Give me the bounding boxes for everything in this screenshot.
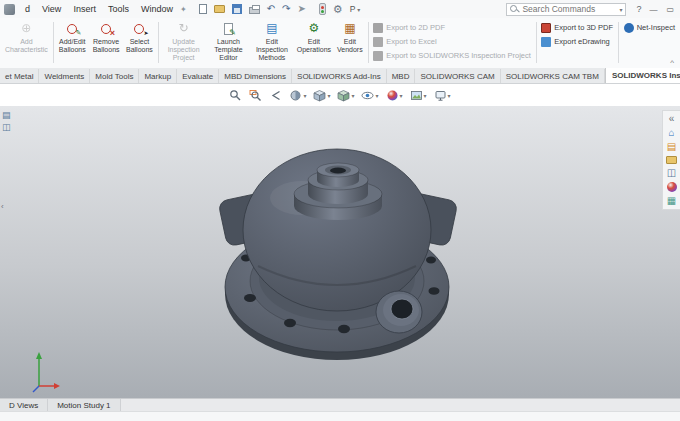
- chevron-down-icon: ▾: [351, 92, 354, 99]
- save-icon[interactable]: [232, 4, 242, 14]
- status-bar: [0, 411, 680, 421]
- collapse-ribbon-icon[interactable]: ^: [670, 58, 674, 67]
- export-edrawing-button[interactable]: Export eDrawing: [538, 36, 616, 47]
- display-pane-icon[interactable]: ◫: [2, 123, 11, 132]
- export-2d-pdf-button[interactable]: Export to 2D PDF: [370, 22, 534, 33]
- update-inspection-project-button[interactable]: ↻ Update Inspection Project: [160, 19, 207, 66]
- tab-mbd-dimensions[interactable]: MBD Dimensions: [219, 69, 292, 83]
- remove-balloons-button[interactable]: Remove Balloons: [89, 19, 123, 66]
- chevron-down-icon: ▾: [357, 6, 360, 13]
- study-tab-bar: D Views Motion Study 1: [0, 398, 680, 411]
- graphics-area[interactable]: ▤ ◫ ‹ « ⌂ ▤ ◫ ▦: [0, 106, 680, 398]
- tab-evaluate[interactable]: Evaluate: [177, 69, 219, 83]
- tab-sheet-metal[interactable]: et Metal: [0, 69, 39, 83]
- net-inspect-icon: [624, 23, 634, 33]
- tab-solidworks-cam[interactable]: SOLIDWORKS CAM: [415, 69, 500, 83]
- ribbon-separator: [618, 22, 619, 63]
- solidworks-resources-icon[interactable]: ⌂: [668, 128, 674, 138]
- menu-pin-icon[interactable]: ✦: [180, 5, 187, 14]
- restore-icon[interactable]: ▭: [666, 5, 674, 14]
- operations-gear-icon: ⚙: [309, 21, 320, 37]
- print-icon[interactable]: [249, 7, 260, 14]
- add-edit-balloons-icon: [67, 21, 77, 37]
- feature-tree-icon[interactable]: ▤: [2, 111, 11, 120]
- update-inspection-project-label: Update Inspection Project: [163, 38, 204, 62]
- launch-template-editor-button[interactable]: Launch Template Editor: [207, 19, 250, 66]
- chevron-down-icon: ▾: [327, 92, 330, 99]
- search-commands-box[interactable]: ▾: [506, 3, 626, 16]
- new-document-icon[interactable]: [199, 4, 207, 14]
- zoom-fit-icon[interactable]: [229, 89, 242, 102]
- open-document-icon[interactable]: [214, 5, 225, 13]
- menu-window[interactable]: Window: [135, 2, 179, 16]
- tab-solidworks-addins[interactable]: SOLIDWORKS Add-Ins: [292, 69, 387, 83]
- options-gear-icon[interactable]: ⚙: [333, 3, 343, 16]
- display-style-icon[interactable]: ▾: [337, 89, 354, 102]
- view-orientation-icon[interactable]: ▾: [313, 89, 330, 102]
- edit-inspection-methods-button[interactable]: ▤ Edit Inspection Methods: [250, 19, 294, 66]
- add-edit-balloons-button[interactable]: Add/Edit Balloons: [55, 19, 89, 66]
- export-inspection-project-label: Export to SOLIDWORKS Inspection Project: [386, 51, 531, 60]
- export-excel-button[interactable]: Export to Excel: [370, 36, 534, 47]
- heads-up-view-toolbar: ▾ ▾ ▾ ▾ ▾ ▾ ▾: [0, 84, 680, 106]
- tab-mold-tools[interactable]: Mold Tools: [90, 69, 139, 83]
- add-characteristic-icon: ⊕: [21, 21, 31, 37]
- tab-motion-study-1[interactable]: Motion Study 1: [48, 399, 120, 411]
- hide-show-items-icon[interactable]: ▾: [361, 89, 378, 102]
- custom-properties-icon[interactable]: ▦: [667, 196, 676, 206]
- graphics-viewport[interactable]: ▾ ▾ ▾ ▾ ▾ ▾ ▾: [0, 84, 680, 398]
- export-inspection-project-button[interactable]: Export to SOLIDWORKS Inspection Project: [370, 50, 534, 61]
- zoom-area-icon[interactable]: [249, 89, 262, 102]
- search-chevron-icon[interactable]: ▾: [619, 6, 622, 13]
- tab-weldments[interactable]: Weldments: [39, 69, 90, 83]
- pdf-icon: [373, 23, 383, 33]
- edit-operations-button[interactable]: ⚙ Edit Operations: [294, 19, 334, 66]
- model-3d[interactable]: [0, 106, 680, 398]
- edit-appearance-icon[interactable]: ▾: [386, 89, 403, 102]
- export-3d-pdf-button[interactable]: Export to 3D PDF: [538, 22, 616, 33]
- chevron-down-icon: ▾: [375, 92, 378, 99]
- view-palette-icon[interactable]: ◫: [667, 168, 676, 178]
- select-balloons-label: Select Balloons: [126, 38, 153, 54]
- help-icon[interactable]: ?: [636, 4, 641, 14]
- previous-view-icon[interactable]: [269, 89, 282, 102]
- export-edrawing-label: Export eDrawing: [554, 37, 609, 46]
- rebuild-traffic-light-icon[interactable]: [319, 3, 326, 15]
- add-characteristic-button[interactable]: ⊕ Add Characteristic: [2, 19, 51, 66]
- inspection-project-icon: [373, 51, 383, 61]
- appearances-scenes-icon[interactable]: [667, 182, 677, 192]
- file-explorer-icon[interactable]: [666, 156, 677, 164]
- tab-solidworks-inspection[interactable]: SOLIDWORKS Inspection: [605, 67, 680, 83]
- task-pane-collapse-icon[interactable]: «: [669, 114, 675, 124]
- quickbar-more-button[interactable]: P ▾: [350, 4, 361, 14]
- tab-solidworks-cam-tbm[interactable]: SOLIDWORKS CAM TBM: [501, 69, 605, 83]
- view-settings-icon[interactable]: ▾: [434, 89, 451, 102]
- tab-3d-views[interactable]: D Views: [0, 399, 48, 411]
- export-group-1: Export to 2D PDF Export to Excel Export …: [370, 19, 534, 66]
- chevron-down-icon: ▾: [303, 92, 306, 99]
- tab-mbd[interactable]: MBD: [387, 69, 416, 83]
- edit-vendors-button[interactable]: ▦ Edit Vendors: [334, 19, 366, 66]
- apply-scene-icon[interactable]: ▾: [410, 89, 427, 102]
- undo-icon[interactable]: ↶: [267, 4, 275, 14]
- search-input[interactable]: [522, 4, 616, 14]
- featuremanager-flyout-arrow[interactable]: ‹: [1, 202, 4, 211]
- menu-insert[interactable]: Insert: [67, 2, 102, 16]
- select-icon[interactable]: ➤: [297, 4, 305, 14]
- menu-tools[interactable]: Tools: [102, 2, 135, 16]
- edit-vendors-label: Edit Vendors: [337, 38, 363, 54]
- section-view-icon[interactable]: ▾: [289, 89, 306, 102]
- menu-view[interactable]: View: [36, 2, 67, 16]
- minimize-icon[interactable]: —: [649, 5, 657, 14]
- ribbon-separator: [368, 22, 369, 63]
- net-inspect-button[interactable]: Net-Inspect: [621, 22, 678, 33]
- update-inspection-project-icon: ↻: [179, 21, 189, 37]
- menu-file[interactable]: d: [19, 2, 36, 16]
- export-2d-pdf-label: Export to 2D PDF: [386, 23, 445, 32]
- tab-markup[interactable]: Markup: [139, 69, 177, 83]
- select-balloons-button[interactable]: Select Balloons: [123, 19, 156, 66]
- net-inspect-label: Net-Inspect: [637, 23, 675, 32]
- chevron-down-icon: ▾: [448, 92, 451, 99]
- design-library-icon[interactable]: ▤: [667, 142, 676, 152]
- redo-icon[interactable]: ↷: [282, 4, 290, 14]
